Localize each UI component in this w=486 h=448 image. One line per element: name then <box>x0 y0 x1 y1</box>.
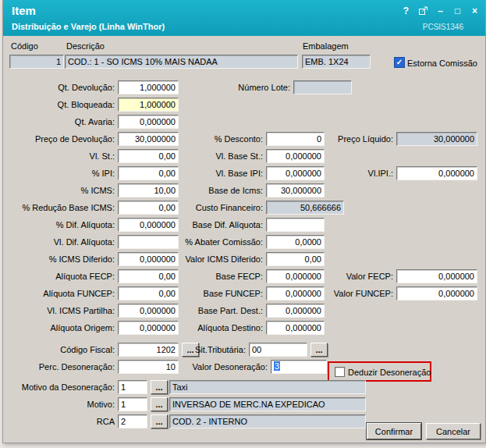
qt-avaria-input[interactable] <box>118 115 179 129</box>
vl-ipi-label: Vl.IPI.: <box>287 168 393 179</box>
dif-aliquota-label: % Dif. Alíquota: <box>5 219 115 230</box>
base-part-dest-input[interactable] <box>266 304 325 318</box>
base-funcep-label: Base FUNCEP: <box>157 288 263 299</box>
confirmar-button[interactable]: Confirmar <box>367 423 421 439</box>
codigo-fiscal-label: Código Fiscal: <box>5 344 115 355</box>
preco-liquido-label: Preço Líquido: <box>287 133 393 144</box>
base-fecp-label: Base FECP: <box>157 271 263 282</box>
custo-financeiro-field <box>266 201 344 215</box>
base-icms-input[interactable] <box>266 183 325 197</box>
numero-lote-label: Número Lote: <box>184 82 290 93</box>
aliquota-fecp-label: Alíquota FECP: <box>5 271 115 282</box>
deduzir-desoneracao-checkbox[interactable] <box>335 367 345 377</box>
valor-icms-diferido-label: Valor ICMS Diferido: <box>157 254 263 265</box>
reducao-base-icms-label: % Redução Base ICMS: <box>5 202 115 213</box>
window-title: Item <box>12 4 36 17</box>
icms-diferido-label: % ICMS Diferido: <box>5 254 115 265</box>
window-subtitle: Distribuição e Varejo (Linha WinThor) <box>12 22 165 31</box>
valor-fecp-label: Valor FECP: <box>287 271 393 282</box>
numero-lote-field <box>293 80 352 94</box>
motivo-input[interactable] <box>118 397 147 411</box>
codigo-field <box>9 55 64 69</box>
window-controls: ? – □ × <box>400 5 481 16</box>
motivo-desoneracao-input[interactable] <box>118 380 147 394</box>
vl-base-st-input[interactable] <box>266 149 325 163</box>
qt-avaria-label: Qt. Avaria: <box>5 116 115 127</box>
abater-comissao-label: % Abater Comissão: <box>157 236 263 247</box>
rca-input[interactable] <box>118 414 147 428</box>
embalagem-field <box>302 55 371 69</box>
restore-icon[interactable] <box>417 5 429 16</box>
aliquota-destino-input[interactable] <box>266 321 325 335</box>
maximize-icon[interactable]: □ <box>452 5 463 16</box>
motivo-label: Motivo: <box>5 399 115 410</box>
vl-base-ipi-label: Vl. Base IPI: <box>157 168 263 179</box>
qt-bloqueada-label: Qt. Bloqueada: <box>5 99 115 110</box>
motivo-desoneracao-label: Motivo da Desoneração: <box>5 382 115 393</box>
sit-tributaria-input[interactable] <box>249 343 307 357</box>
qt-devolucao-input[interactable] <box>118 80 179 94</box>
vl-ipi-input[interactable] <box>396 166 477 180</box>
help-icon[interactable]: ? <box>400 5 412 16</box>
valor-funcep-input[interactable] <box>396 286 477 300</box>
descricao-label: Descrição <box>66 41 133 52</box>
custo-financeiro-label: Custo Financeiro: <box>157 202 263 213</box>
preco-devolucao-label: Preço de Devolução: <box>5 133 115 144</box>
rca-lookup-button[interactable]: ... <box>151 414 168 428</box>
ipi-label: % IPI: <box>5 168 115 179</box>
motivo-lookup-button[interactable]: ... <box>151 397 168 411</box>
vl-base-st-label: Vl. Base St.: <box>157 151 263 162</box>
vl-icms-partilha-label: Vl. ICMS Partilha: <box>5 305 115 316</box>
valor-icms-diferido-input[interactable] <box>266 252 325 266</box>
qt-bloqueada-input[interactable] <box>118 98 179 112</box>
valor-fecp-input[interactable] <box>396 269 477 283</box>
item-dialog: Item Distribuição e Varejo (Linha WinTho… <box>2 0 486 443</box>
desconto-label: % Desconto: <box>157 133 263 144</box>
sit-tributaria-lookup-button[interactable]: ... <box>310 343 328 357</box>
cancelar-button[interactable]: Cancelar <box>426 423 481 439</box>
base-dif-aliquota-input[interactable] <box>266 218 325 232</box>
titlebar: Item Distribuição e Varejo (Linha WinTho… <box>3 0 485 36</box>
preco-liquido-field <box>396 132 477 146</box>
aliquota-funcep-label: Alíquota FUNCEP: <box>5 288 115 299</box>
valor-funcep-label: Valor FUNCEP: <box>287 288 393 299</box>
estorna-comissao-label: Estorna Comissão <box>407 58 484 69</box>
selected-text: 3 <box>274 361 280 371</box>
estorna-comissao-checkbox[interactable]: ✓ <box>394 57 405 68</box>
valor-desoneracao-input[interactable]: 3 <box>271 360 327 374</box>
valor-desoneracao-label: Valor Desoneração: <box>161 361 268 372</box>
base-part-dest-label: Base Part. Dest.: <box>157 305 263 316</box>
qt-devolucao-label: Qt. Devolução: <box>5 82 115 93</box>
abater-comissao-input[interactable] <box>266 235 325 249</box>
motivo-desoneracao-desc-field <box>169 380 366 394</box>
embalagem-label: Embalagem <box>303 41 369 52</box>
motivo-desc-field <box>169 397 366 411</box>
base-dif-aliquota-label: Base Dif. Alíquota: <box>157 219 263 230</box>
perc-desoneracao-label: Perc. Desoneração: <box>5 361 115 372</box>
close-icon[interactable]: × <box>469 5 481 16</box>
vl-st-label: Vl. St.: <box>5 151 115 162</box>
motivo-desoneracao-lookup-button[interactable]: ... <box>151 380 168 394</box>
program-code: PCSIS1346 <box>423 23 463 31</box>
aliquota-destino-label: Alíquota Destino: <box>157 322 263 333</box>
vl-dif-aliquota-label: Vl. Dif. Alíquota: <box>5 236 115 247</box>
restore-icon-glyph <box>418 6 428 16</box>
rca-label: RCA <box>5 416 115 427</box>
deduzir-desoneracao-label: Deduzir Desoneração <box>348 367 429 378</box>
minimize-icon[interactable]: – <box>435 5 446 16</box>
sit-tributaria-label: Sit.Tributária: <box>140 344 246 355</box>
aliquota-origem-label: Alíquota Origem: <box>5 322 115 333</box>
descricao-field <box>65 55 298 69</box>
base-icms-label: Base de Icms: <box>157 185 263 196</box>
icms-label: % ICMS: <box>5 185 115 196</box>
codigo-label: Código <box>11 41 62 52</box>
rca-desc-field <box>169 414 366 428</box>
